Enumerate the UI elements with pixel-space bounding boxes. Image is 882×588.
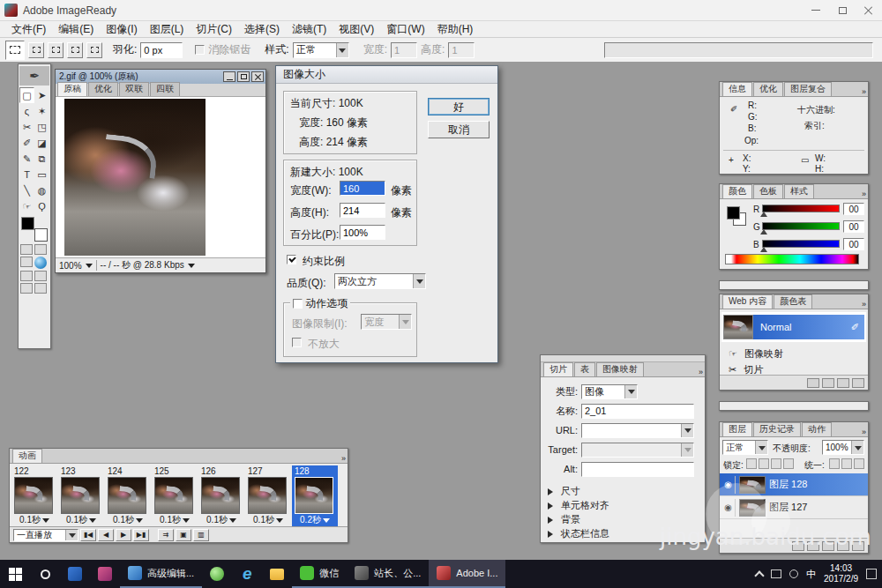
tab-color-table[interactable]: 颜色表 xyxy=(774,294,812,309)
chevron-down-icon[interactable] xyxy=(336,43,348,57)
slice-name-input[interactable] xyxy=(581,404,694,419)
chevron-down-icon[interactable] xyxy=(65,530,78,540)
panel-menu-icon[interactable]: » xyxy=(862,428,865,436)
taskbar-app-zhanzhang[interactable]: 站长、公... xyxy=(347,560,429,588)
tab-actions[interactable]: 动作 xyxy=(802,422,832,436)
menu-layer[interactable]: 图层(L) xyxy=(144,22,191,37)
play-button[interactable]: ▶ xyxy=(116,529,131,541)
collapsed-panel-bar[interactable] xyxy=(719,280,869,290)
color-spectrum-bar[interactable] xyxy=(725,254,859,264)
frame-thumbnail[interactable] xyxy=(14,477,53,514)
first-frame-button[interactable]: ▮◀ xyxy=(80,529,96,541)
section-status-bar[interactable]: 状态栏信息 xyxy=(548,527,609,540)
pencil-tool[interactable]: ✎ xyxy=(19,151,34,167)
lock-all-icon[interactable] xyxy=(783,458,794,469)
constrain-checkbox[interactable] xyxy=(287,255,296,264)
slice-select-tool[interactable]: ◳ xyxy=(34,119,49,135)
tab-4up[interactable]: 四联 xyxy=(150,82,180,96)
g-value[interactable]: 00 xyxy=(843,220,864,233)
frame-duration[interactable]: 0.1秒 xyxy=(154,514,195,525)
screen-mode-standard-icon[interactable] xyxy=(20,271,33,281)
b-slider[interactable] xyxy=(762,240,840,248)
frame-thumbnail[interactable] xyxy=(154,477,193,514)
app-icon-photos[interactable] xyxy=(90,560,120,588)
frame-duration[interactable]: 0.1秒 xyxy=(201,514,242,525)
ok-button[interactable]: 好 xyxy=(428,98,490,115)
tab-optimize[interactable]: 优化 xyxy=(753,82,783,96)
opacity-select[interactable]: 100% xyxy=(822,440,864,455)
move-tool[interactable]: ➤ xyxy=(34,87,49,103)
frame-duration[interactable]: 0.1秒 xyxy=(108,514,148,525)
animation-frame[interactable]: 123 0.1秒 xyxy=(58,465,104,527)
new-width-input[interactable] xyxy=(340,181,385,196)
menu-select[interactable]: 选择(S) xyxy=(238,22,286,37)
slice-tool[interactable]: ✂ xyxy=(19,119,34,135)
jump-to-photoshop-icon[interactable] xyxy=(20,283,33,294)
actions-checkbox[interactable] xyxy=(293,299,303,309)
network-icon[interactable] xyxy=(771,569,781,578)
loop-select[interactable]: 一直播放 xyxy=(13,529,78,541)
tab-table[interactable]: 表 xyxy=(574,362,595,376)
maximize-button[interactable] xyxy=(829,0,856,21)
menu-window[interactable]: 窗口(W) xyxy=(380,22,430,37)
doc-minimize-button[interactable] xyxy=(223,71,235,82)
width-input[interactable] xyxy=(391,42,417,58)
close-button[interactable] xyxy=(856,0,882,21)
chevron-down-icon[interactable] xyxy=(681,424,693,437)
animation-frame[interactable]: 126 0.1秒 xyxy=(198,465,244,527)
app-icon-store[interactable] xyxy=(60,560,90,588)
menu-edit[interactable]: 编辑(E) xyxy=(52,22,100,37)
line-tool[interactable]: ╲ xyxy=(19,182,34,198)
slice-url-select[interactable] xyxy=(581,423,694,438)
menu-file[interactable]: 文件(F) xyxy=(5,22,52,37)
unify-style-icon[interactable] xyxy=(854,458,864,469)
chevron-down-icon[interactable] xyxy=(851,441,863,454)
selection-new-icon[interactable] xyxy=(28,42,44,58)
doc-maximize-button[interactable] xyxy=(237,71,250,82)
tab-image-map[interactable]: 图像映射 xyxy=(596,362,644,376)
frame-thumbnail[interactable] xyxy=(248,477,287,514)
previous-frame-button[interactable]: ◀ xyxy=(98,529,114,541)
shape-tool[interactable]: ▭ xyxy=(34,167,49,182)
tab-slice[interactable]: 切片 xyxy=(543,362,573,376)
tab-web-content[interactable]: Web 内容 xyxy=(722,294,773,309)
ime-indicator[interactable]: 中 xyxy=(806,568,816,581)
eyedropper-tool[interactable]: ✐ xyxy=(19,135,34,151)
marquee-tool[interactable]: ▢ xyxy=(19,87,34,103)
new-frame-button[interactable]: ▣ xyxy=(176,529,191,541)
tab-color[interactable]: 颜色 xyxy=(722,184,752,198)
type-tool[interactable]: T xyxy=(19,167,34,182)
section-background[interactable]: 背景 xyxy=(548,513,580,526)
trash-icon[interactable] xyxy=(852,378,864,388)
blend-mode-select[interactable]: 正常 xyxy=(722,440,768,455)
new-imagemap-icon[interactable] xyxy=(822,378,834,388)
clock[interactable]: 14:03 2017/2/9 xyxy=(824,563,858,584)
frame-duration[interactable]: 0.2秒 xyxy=(295,514,335,525)
frame-duration[interactable]: 0.1秒 xyxy=(248,514,288,525)
trash-icon[interactable] xyxy=(852,541,864,551)
animation-frame[interactable]: 125 0.1秒 xyxy=(152,465,198,527)
search-icon[interactable] xyxy=(30,560,60,588)
cancel-button[interactable]: 取消 xyxy=(428,121,490,138)
taskbar-app-wechat[interactable]: 微信 xyxy=(292,560,347,588)
taskbar-app-editor[interactable]: 高级编辑... xyxy=(120,560,202,588)
zoom-tool[interactable]: Ϙ xyxy=(34,198,49,214)
collapsed-panel-bar[interactable] xyxy=(719,401,869,411)
style-select[interactable]: 正常 xyxy=(293,42,349,58)
doc-close-button[interactable] xyxy=(251,71,264,82)
tab-layers[interactable]: 图层 xyxy=(722,422,752,436)
screen-mode-full-icon[interactable] xyxy=(34,271,47,281)
hand-tool[interactable]: ☞ xyxy=(19,198,34,214)
slice-target-select[interactable] xyxy=(581,443,694,458)
menu-slice[interactable]: 切片(C) xyxy=(190,22,238,37)
app-icon-edge[interactable]: e xyxy=(232,560,262,588)
preview-in-browser-icon[interactable] xyxy=(34,257,47,269)
eraser-tool[interactable]: ◪ xyxy=(34,135,49,151)
edit-in-photoshop-icon[interactable] xyxy=(34,283,47,294)
clone-stamp-tool[interactable]: ⧉ xyxy=(34,151,49,167)
chevron-down-icon[interactable] xyxy=(413,274,425,288)
percent-input[interactable] xyxy=(340,225,385,240)
height-input[interactable] xyxy=(448,42,475,58)
frame-thumbnail[interactable] xyxy=(295,477,333,514)
b-value[interactable]: 00 xyxy=(843,238,864,250)
